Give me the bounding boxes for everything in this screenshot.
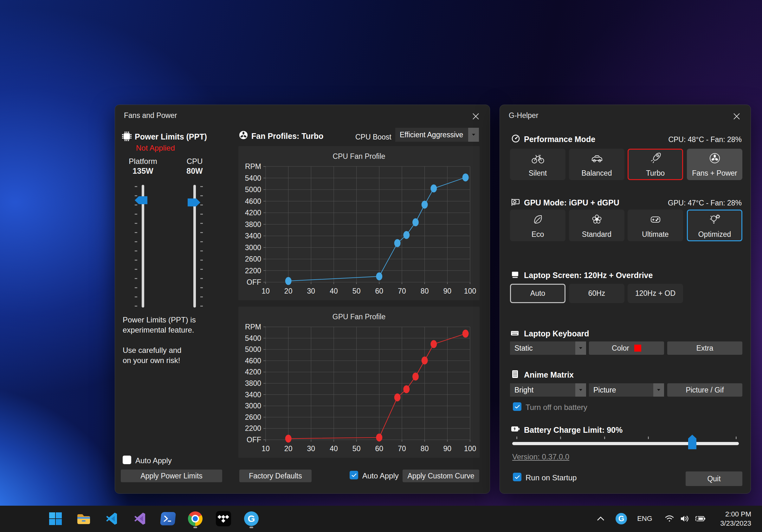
- battery-charge-slider[interactable]: [512, 442, 739, 445]
- run-on-startup-label: Run on Startup: [526, 473, 576, 482]
- svg-text:20: 20: [284, 287, 293, 295]
- svg-text:3400: 3400: [245, 232, 261, 240]
- cpu-boost-dropdown[interactable]: Efficient Aggressive: [395, 128, 479, 142]
- ghelper-tray-icon[interactable]: G: [611, 508, 632, 529]
- anime-picture-gif-button[interactable]: Picture / Gif: [667, 383, 742, 397]
- svg-text:5000: 5000: [245, 345, 261, 353]
- version-link[interactable]: Version: 0.37.0.0: [512, 452, 569, 461]
- keyboard-extra-button[interactable]: Extra: [667, 342, 742, 355]
- ghelper-taskbar-icon[interactable]: G: [241, 508, 262, 529]
- screen-60hz-button[interactable]: 60Hz: [569, 284, 624, 303]
- bicycle-icon: [531, 151, 545, 165]
- visual-studio-icon[interactable]: [130, 508, 150, 529]
- keyboard-color-button[interactable]: Color: [589, 342, 664, 355]
- clock-time: 2:00 PM: [720, 509, 751, 519]
- chevron-down-icon[interactable]: [575, 383, 586, 397]
- gpu-mode-ultimate-button[interactable]: Ultimate: [628, 209, 683, 241]
- svg-text:60: 60: [375, 287, 384, 295]
- svg-text:60: 60: [375, 444, 384, 453]
- experimental-note-line3: Use carefully and: [123, 346, 181, 355]
- svg-text:50: 50: [352, 444, 361, 453]
- svg-text:90: 90: [443, 287, 452, 295]
- svg-text:30: 30: [307, 444, 315, 453]
- clock[interactable]: 2:00 PM 3/23/2023: [720, 509, 751, 528]
- start-button[interactable]: [45, 508, 66, 529]
- svg-text:5400: 5400: [245, 174, 261, 182]
- gpu-mode-eco-button[interactable]: Eco: [510, 209, 566, 241]
- gpu-mode-label: Eco: [532, 230, 544, 239]
- anime-brightness-dropdown[interactable]: Bright: [510, 383, 586, 397]
- chrome-icon[interactable]: [185, 508, 205, 529]
- gpu-mode-optimized-button[interactable]: Optimized: [687, 209, 742, 241]
- laptop-screen-heading: Laptop Screen: 120Hz + Overdrive: [524, 271, 652, 280]
- cpu-slider-ticks: [200, 186, 203, 307]
- performance-gauge-icon: [511, 134, 520, 143]
- vscode-icon[interactable]: [102, 508, 122, 529]
- svg-text:RPM: RPM: [245, 323, 261, 331]
- language-indicator[interactable]: ENG: [635, 508, 655, 529]
- svg-text:2600: 2600: [245, 255, 261, 263]
- svg-text:80: 80: [420, 444, 429, 453]
- perf-mode-label: Balanced: [582, 169, 612, 178]
- close-icon[interactable]: [469, 110, 483, 123]
- experimental-note-line1: Power Limits (PPT) is: [123, 316, 196, 324]
- flower-icon: [590, 212, 604, 226]
- run-on-startup-checkbox[interactable]: [513, 473, 521, 481]
- fan-profiles-heading: Fan Profiles: Turbo: [251, 131, 323, 141]
- chevron-down-icon[interactable]: [653, 383, 664, 397]
- perf-mode-balanced-button[interactable]: Balanced: [569, 149, 624, 180]
- cpu-fan-profile-chart[interactable]: CPU Fan Profile102030405060708090100RPM5…: [238, 146, 480, 300]
- svg-text:2200: 2200: [245, 266, 261, 275]
- chevron-down-icon[interactable]: [468, 128, 479, 142]
- screen-auto-button[interactable]: Auto: [510, 284, 566, 303]
- chip-icon: [121, 131, 132, 142]
- apply-custom-curve-button[interactable]: Apply Custom Curve: [403, 470, 479, 482]
- perf-mode-label: Fans + Power: [692, 169, 737, 178]
- power-auto-apply-checkbox[interactable]: [123, 456, 131, 464]
- screen-mode-label: 120Hz + OD: [635, 289, 675, 298]
- screen-120hz-od-button[interactable]: 120Hz + OD: [628, 284, 683, 303]
- quit-button[interactable]: Quit: [686, 472, 742, 486]
- cpu-slider-label: CPU: [173, 157, 217, 166]
- svg-text:3000: 3000: [245, 244, 261, 252]
- terminal-icon[interactable]: [158, 508, 178, 529]
- keyboard-mode-dropdown[interactable]: Static: [510, 342, 586, 355]
- battery-tray-icon[interactable]: [690, 508, 711, 529]
- platform-slider-label: Platform: [121, 157, 165, 166]
- cpu-slider-thumb[interactable]: [188, 198, 200, 206]
- ghelper-window: G-Helper Performance Mode CPU: 48°C - Fa…: [499, 105, 751, 494]
- svg-text:4600: 4600: [245, 357, 261, 365]
- svg-text:30: 30: [307, 287, 315, 295]
- svg-text:90: 90: [443, 444, 452, 453]
- svg-text:20: 20: [284, 444, 293, 453]
- battery-charge-limit-heading: Battery Charge Limit: 90%: [524, 425, 623, 435]
- perf-mode-turbo-button[interactable]: Turbo: [628, 149, 683, 180]
- running-indicator: [250, 527, 253, 528]
- svg-text:3800: 3800: [245, 220, 261, 229]
- gpu-mode-standard-button[interactable]: Standard: [569, 209, 624, 241]
- perf-mode-fans-power-button[interactable]: Fans + Power: [687, 149, 742, 180]
- factory-defaults-button[interactable]: Factory Defaults: [239, 470, 312, 482]
- svg-text:40: 40: [330, 444, 338, 453]
- tidal-icon[interactable]: [213, 508, 234, 529]
- screen-icon: [511, 270, 519, 279]
- svg-text:50: 50: [352, 287, 361, 295]
- svg-text:2600: 2600: [245, 413, 261, 421]
- perf-mode-label: Turbo: [646, 169, 665, 178]
- curve-auto-apply-checkbox[interactable]: [349, 471, 358, 479]
- keyboard-mode-value: Static: [510, 342, 575, 355]
- fans-window-title: Fans and Power: [124, 111, 177, 120]
- anime-mode-dropdown[interactable]: Picture: [589, 383, 664, 397]
- file-explorer-icon[interactable]: [74, 508, 94, 529]
- apply-power-limits-button[interactable]: Apply Power Limits: [121, 470, 222, 482]
- anime-battery-checkbox[interactable]: [513, 402, 521, 411]
- svg-text:3400: 3400: [245, 391, 261, 399]
- svg-text:OFF: OFF: [247, 278, 261, 286]
- close-icon[interactable]: [730, 110, 744, 123]
- chevron-down-icon[interactable]: [575, 342, 586, 355]
- perf-mode-silent-button[interactable]: Silent: [510, 149, 566, 180]
- tray-chevron-up-icon[interactable]: [590, 508, 611, 529]
- gpu-fan-profile-chart[interactable]: GPU Fan Profile102030405060708090100RPM5…: [238, 307, 480, 458]
- fans-and-power-window: Fans and Power Power Limits (PPT) Not Ap…: [115, 105, 490, 494]
- battery-slider-ticks: [516, 436, 738, 439]
